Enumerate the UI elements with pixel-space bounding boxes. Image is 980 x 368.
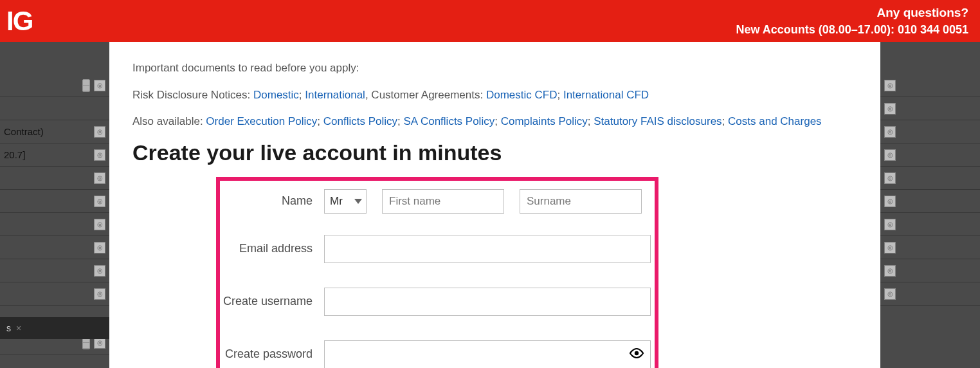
title-select[interactable]: Mr	[324, 189, 367, 214]
row-password: Create password	[220, 340, 655, 369]
target-icon: ◎	[884, 242, 896, 253]
stepper-icon	[82, 79, 90, 92]
target-icon: ◎	[884, 103, 896, 115]
link-fais-disclosures[interactable]: Statutory FAIS disclosures	[594, 115, 721, 127]
first-name-input[interactable]	[382, 189, 504, 214]
link-conflicts-policy[interactable]: Conflicts Policy	[323, 115, 397, 127]
target-icon: ◎	[94, 265, 105, 277]
new-accounts-phone: New Accounts (08.00–17.00): 010 344 0051	[736, 21, 968, 38]
target-icon: ◎	[884, 265, 896, 277]
target-icon: ◎	[94, 149, 105, 161]
title-select-value: Mr	[330, 195, 343, 208]
link-complaints-policy[interactable]: Complaints Policy	[501, 115, 588, 127]
link-order-execution-policy[interactable]: Order Execution Policy	[206, 115, 317, 127]
row-email: Email address	[220, 235, 655, 263]
bg-text-contract: Contract)	[4, 126, 44, 137]
target-icon: ◎	[94, 219, 105, 230]
label-password: Create password	[221, 347, 324, 361]
signup-form-highlight: Name Mr Email address Create username Cr…	[216, 177, 658, 369]
target-icon: ◎	[94, 242, 105, 253]
label-name: Name	[221, 194, 324, 208]
intro-line-2: Risk Disclosure Notices: Domestic; Inter…	[132, 87, 857, 104]
target-icon: ◎	[884, 80, 896, 91]
target-icon: ◎	[94, 288, 105, 300]
target-icon: ◎	[94, 172, 105, 184]
bg-left-column: ◎ Contract)◎ 20.7]◎ ◎ ◎ ◎ ◎ ◎ ◎ s × ◎	[0, 42, 109, 368]
link-international[interactable]: International	[305, 89, 365, 101]
link-costs-charges[interactable]: Costs and Charges	[728, 115, 822, 127]
close-icon: ×	[16, 323, 21, 333]
bg-text-price: 20.7]	[4, 149, 25, 160]
row-username: Create username	[220, 288, 655, 316]
intro-line-3: Also available: Order Execution Policy; …	[132, 113, 857, 130]
target-icon: ◎	[94, 196, 105, 207]
target-icon: ◎	[884, 149, 896, 161]
any-questions-text: Any questions?	[736, 4, 968, 22]
chevron-down-icon	[354, 199, 362, 204]
logo: IG	[6, 6, 32, 37]
label-email: Email address	[221, 242, 324, 255]
page-title: Create your live account in minutes	[132, 140, 857, 165]
target-icon: ◎	[884, 172, 896, 184]
bg-tab-label: s	[6, 323, 11, 333]
header-right: Any questions? New Accounts (08.00–17.00…	[736, 4, 968, 39]
label-username: Create username	[221, 295, 324, 308]
eye-icon[interactable]	[629, 345, 644, 363]
link-domestic[interactable]: Domestic	[253, 89, 299, 101]
link-sa-conflicts-policy[interactable]: SA Conflicts Policy	[403, 115, 495, 127]
target-icon: ◎	[884, 126, 896, 138]
intro-line-1: Important documents to read before you a…	[132, 60, 857, 77]
password-input[interactable]	[324, 340, 651, 369]
surname-input[interactable]	[520, 189, 642, 214]
target-icon: ◎	[94, 126, 105, 138]
username-input[interactable]	[324, 288, 651, 316]
bg-tab-bar: s ×	[0, 317, 109, 339]
main-panel: Important documents to read before you a…	[109, 42, 880, 368]
target-icon: ◎	[884, 196, 896, 207]
target-icon: ◎	[884, 288, 896, 300]
target-icon: ◎	[94, 80, 105, 91]
email-input[interactable]	[324, 235, 651, 263]
link-international-cfd[interactable]: International CFD	[563, 89, 649, 101]
link-domestic-cfd[interactable]: Domestic CFD	[486, 89, 558, 101]
target-icon: ◎	[884, 219, 896, 230]
intro-text: Important documents to read before you a…	[132, 60, 857, 130]
svg-point-0	[635, 351, 639, 354]
row-name: Name Mr	[220, 187, 655, 216]
bg-right-column: ◎ ◎ ◎ ◎ ◎ ◎ ◎ ◎ ◎ ◎	[880, 42, 980, 368]
top-header: IG Any questions? New Accounts (08.00–17…	[0, 0, 980, 42]
